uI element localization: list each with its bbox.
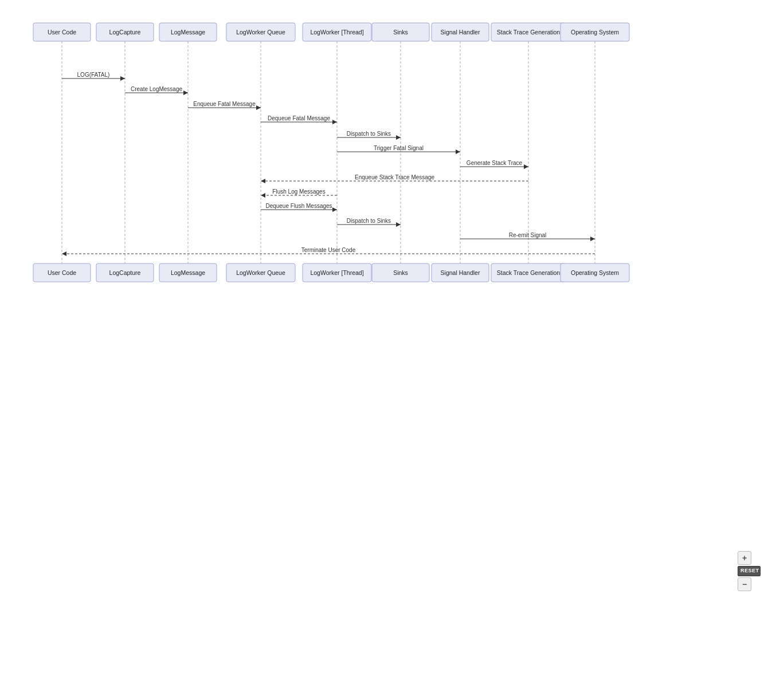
svg-text:Trigger Fatal Signal: Trigger Fatal Signal bbox=[374, 145, 424, 151]
svg-marker-52 bbox=[256, 105, 261, 110]
svg-text:Generate Stack Trace: Generate Stack Trace bbox=[467, 160, 523, 166]
reset-button[interactable]: RESET bbox=[738, 566, 761, 576]
diagram-controls: + RESET − bbox=[738, 551, 761, 591]
svg-text:Dequeue Flush Messages: Dequeue Flush Messages bbox=[265, 203, 332, 209]
svg-text:Re-emit Signal: Re-emit Signal bbox=[509, 232, 547, 238]
svg-text:Terminate User Code: Terminate User Code bbox=[301, 247, 356, 253]
svg-text:LogWorker [Thread]: LogWorker [Thread] bbox=[310, 29, 363, 36]
svg-text:Signal Handler: Signal Handler bbox=[441, 29, 480, 36]
svg-marker-67 bbox=[261, 179, 265, 183]
svg-text:Stack Trace Generation: Stack Trace Generation bbox=[497, 29, 560, 36]
svg-text:Dispatch to Sinks: Dispatch to Sinks bbox=[347, 218, 391, 224]
zoom-in-button[interactable]: + bbox=[738, 551, 751, 565]
sequence-diagram: User CodeUser CodeLogCaptureLogCaptureLo… bbox=[11, 11, 761, 298]
svg-text:LogCapture: LogCapture bbox=[109, 269, 141, 276]
svg-text:Dequeue Fatal Message: Dequeue Fatal Message bbox=[268, 115, 330, 121]
svg-marker-70 bbox=[261, 193, 265, 198]
svg-text:LogWorker Queue: LogWorker Queue bbox=[236, 269, 285, 276]
svg-text:Flush Log Messages: Flush Log Messages bbox=[272, 188, 325, 195]
svg-marker-46 bbox=[120, 76, 125, 81]
zoom-out-button[interactable]: − bbox=[738, 577, 751, 591]
svg-text:Sinks: Sinks bbox=[393, 29, 408, 36]
svg-text:Enqueue Fatal Message: Enqueue Fatal Message bbox=[193, 101, 256, 107]
svg-text:Operating System: Operating System bbox=[571, 269, 619, 276]
svg-text:User Code: User Code bbox=[48, 29, 76, 36]
svg-text:LogCapture: LogCapture bbox=[109, 29, 141, 36]
svg-text:Sinks: Sinks bbox=[393, 269, 408, 276]
svg-text:LogWorker Queue: LogWorker Queue bbox=[236, 29, 285, 36]
svg-text:Enqueue Stack Trace Message: Enqueue Stack Trace Message bbox=[355, 174, 434, 180]
svg-text:User Code: User Code bbox=[48, 269, 76, 276]
svg-marker-76 bbox=[396, 222, 401, 227]
svg-text:LogWorker [Thread]: LogWorker [Thread] bbox=[310, 269, 363, 276]
svg-text:Stack Trace Generation: Stack Trace Generation bbox=[497, 269, 560, 276]
svg-text:LOG(FATAL): LOG(FATAL) bbox=[77, 72, 110, 78]
svg-text:LogMessage: LogMessage bbox=[171, 269, 205, 276]
svg-marker-79 bbox=[590, 237, 595, 241]
svg-text:Signal Handler: Signal Handler bbox=[441, 269, 480, 276]
svg-marker-73 bbox=[332, 207, 337, 212]
diagram-svg: User CodeUser CodeLogCaptureLogCaptureLo… bbox=[11, 11, 761, 298]
svg-marker-49 bbox=[183, 91, 188, 95]
svg-text:Dispatch to Sinks: Dispatch to Sinks bbox=[347, 131, 391, 137]
svg-marker-61 bbox=[456, 150, 460, 154]
svg-marker-58 bbox=[396, 135, 401, 140]
svg-marker-82 bbox=[62, 251, 66, 256]
svg-text:Operating System: Operating System bbox=[571, 29, 619, 36]
svg-text:LogMessage: LogMessage bbox=[171, 29, 205, 36]
svg-marker-64 bbox=[524, 164, 528, 169]
svg-text:Create LogMessage: Create LogMessage bbox=[131, 86, 182, 92]
svg-marker-55 bbox=[332, 120, 337, 124]
